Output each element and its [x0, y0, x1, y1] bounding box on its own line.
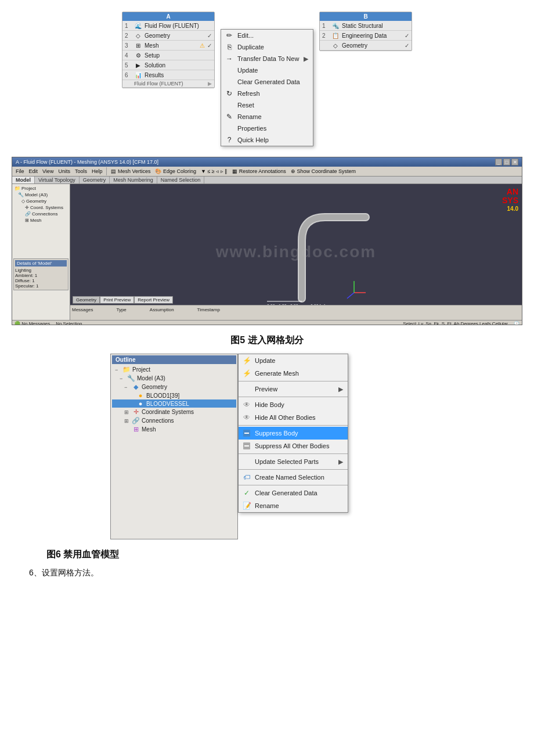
mesh-tree-icon: ⊞: [132, 426, 140, 433]
preview-icon: [242, 384, 251, 394]
top-section: A 1 🌊 Fluid Flow (FLUENT) 2 ◇ Geometry ✓…: [0, 0, 534, 152]
menu-units[interactable]: Units: [56, 168, 72, 174]
wb-row-footer: Fluid Flow (FLUENT) ▶: [122, 80, 214, 88]
maximize-btn[interactable]: □: [503, 159, 510, 165]
footer-section: 图6 禁用血管模型 6、设置网格方法。: [0, 539, 534, 584]
menu-help[interactable]: Help: [90, 168, 104, 174]
wb-row-5: 5 ▶ Solution: [122, 60, 214, 70]
suppress-all-other-icon: [242, 441, 251, 451]
wb-b-row-1: 1 🔩 Static Structural: [320, 21, 412, 31]
geo-ctx-hide-body[interactable]: 👁 Hide Body: [239, 398, 348, 411]
tree-row-geometry: − ◆ Geometry: [112, 383, 236, 391]
tree-row-connections: ⊞ 🔗 Connections: [112, 416, 236, 425]
mech-title: A - Fluid Flow (FLUENT) - Meshing (ANSYS…: [16, 159, 158, 165]
bottom-section: Outline − 📁 Project − 🔧 Model (A3) − ◆ G…: [0, 354, 534, 539]
tab-report-preview[interactable]: Report Preview: [134, 296, 173, 304]
tb-show-coordinate[interactable]: ⊕ Show Coordinate System: [289, 168, 358, 174]
tb-show-mesh-vertices[interactable]: ▤ Mesh Vertices: [109, 168, 152, 174]
geo-ctx-rename[interactable]: 📝 Rename: [239, 499, 348, 512]
tree-coord: ✛Coord. Systems: [13, 204, 68, 211]
svg-line-2: [347, 293, 354, 298]
geometry-tree-icon: ◆: [132, 383, 140, 391]
setup-icon: ⚙: [134, 51, 142, 59]
close-btn[interactable]: ✕: [511, 159, 518, 165]
geo-ctx-suppress-all-other[interactable]: Suppress All Other Bodies: [239, 440, 348, 452]
geo-ctx-named-selection[interactable]: 🏷 Create Named Selection: [239, 471, 348, 484]
tab-model[interactable]: Model: [12, 177, 35, 183]
properties-icon: [225, 124, 234, 133]
tab-virtual-topology[interactable]: Virtual Topology: [35, 177, 80, 183]
geo-ctx-update-selected[interactable]: Update Selected Parts ▶: [239, 455, 348, 468]
transfer-icon: →: [225, 54, 234, 63]
update-selected-icon: [242, 457, 251, 466]
geo-ctx-update[interactable]: ⚡ Update: [239, 354, 348, 367]
tree-row-project: − 📁 Project: [112, 365, 236, 374]
reset-icon: [225, 100, 234, 110]
edit-icon: ✏: [225, 31, 234, 40]
mech-statusbar: 🟢 No Messages No Selection Select: Lv, S…: [12, 320, 522, 325]
geo-b-icon: ◇: [331, 41, 340, 49]
geo-ctx-clear-generated[interactable]: ✓ Clear Generated Data: [239, 487, 348, 499]
panel-a: A 1 🌊 Fluid Flow (FLUENT) 2 ◇ Geometry ✓…: [122, 12, 215, 88]
geo-ctx-hide-all-other[interactable]: 👁 Hide All Other Bodies: [239, 411, 348, 424]
geo-ctx-preview[interactable]: Preview ▶: [239, 383, 348, 395]
messages-panel: Messages Type Assumption Timestamp: [70, 305, 522, 320]
workbench-container: A 1 🌊 Fluid Flow (FLUENT) 2 ◇ Geometry ✓…: [122, 12, 412, 146]
footer-text: 6、设置网格方法。: [17, 564, 517, 578]
geo-ctx-suppress-body[interactable]: Suppress Body: [239, 427, 348, 440]
menu-edit[interactable]: Edit: [27, 168, 40, 174]
wb-row-3: 3 ⊞ Mesh ⚠ ✓: [122, 41, 214, 51]
tree-row-mesh: ⊞ Mesh: [112, 425, 236, 434]
tree-row-coordinate: ⊞ ✛ Coordinate Systems: [112, 408, 236, 416]
menu-file[interactable]: File: [14, 168, 26, 174]
tree-row-bloodvessel[interactable]: ● BLOODVESSEL: [112, 399, 236, 408]
ansys-logo: AN SYS 14.0: [502, 188, 518, 212]
panel-a-header: A: [122, 12, 214, 21]
bloodvessel-icon: ●: [136, 400, 145, 407]
update-geo-icon: ⚡: [242, 356, 251, 365]
ctx-properties[interactable]: Properties: [221, 123, 313, 134]
tab-mesh-numbering[interactable]: Mesh Numbering: [110, 177, 157, 183]
mesh-icon: ⊞: [134, 41, 142, 49]
ctx-quickhelp[interactable]: ? Quick Help: [221, 134, 313, 146]
refresh-icon: ↻: [225, 89, 234, 98]
status-coords: Select: Lv, Sg, Fk, S, Ft, Ab Degrees Le…: [403, 321, 508, 325]
ctx-edit[interactable]: ✏ Edit...: [221, 30, 313, 41]
status-messages: 🟢 No Messages: [15, 321, 50, 325]
clear-generated-icon: ✓: [242, 488, 251, 498]
workbench-context-menu: ✏ Edit... ⎘ Duplicate → Transfer Data To…: [221, 29, 313, 146]
results-icon: 📊: [134, 71, 142, 79]
ctx-refresh[interactable]: ↻ Refresh: [221, 88, 313, 99]
ctx-duplicate[interactable]: ⎘ Duplicate: [221, 41, 313, 53]
panel-b: B 1 🔩 Static Structural 2 📋 Engineering …: [319, 12, 412, 51]
wb-b-row-2: 2 📋 Engineering Data ✓: [320, 31, 412, 41]
minimize-btn[interactable]: _: [495, 159, 502, 165]
tab-named-selection[interactable]: Named Selection: [157, 177, 205, 183]
tab-geometry-bottom[interactable]: Geometry: [73, 296, 100, 304]
ctx-rename[interactable]: ✎ Rename: [221, 111, 313, 123]
ctx-reset[interactable]: Reset: [221, 99, 313, 111]
static-structural-icon: 🔩: [331, 21, 340, 30]
figure6-caption: 图6 禁用血管模型: [17, 545, 517, 564]
hide-all-other-icon: 👁: [242, 413, 251, 422]
ctx-transfer[interactable]: → Transfer Data To New ▶: [221, 53, 313, 64]
tab-geometry[interactable]: Geometry: [80, 177, 110, 183]
tb-restore[interactable]: ▦ Restore Annotations: [230, 168, 288, 174]
tab-print-preview[interactable]: Print Preview: [100, 296, 134, 304]
geo-ctx-generate-mesh[interactable]: ⚡ Generate Mesh: [239, 367, 348, 380]
details-panel: Details of 'Model' Lighting Ambient: 1 D…: [13, 258, 68, 290]
menu-view[interactable]: View: [41, 168, 55, 174]
ctx-update[interactable]: Update: [221, 64, 313, 76]
hide-body-icon: 👁: [242, 400, 251, 409]
suppress-body-icon: [242, 429, 251, 438]
wb-b-row-3: ◇ Geometry ✓: [320, 41, 412, 51]
tb-edge-coloring[interactable]: 🎨 Edge Coloring: [153, 168, 198, 174]
fluent-icon: 🌊: [134, 21, 142, 30]
generate-mesh-icon: ⚡: [242, 369, 251, 378]
mechanical-screenshot: A - Fluid Flow (FLUENT) - Meshing (ANSYS…: [12, 157, 522, 325]
menu-tools[interactable]: Tools: [73, 168, 89, 174]
tree-conn: 🔗Connections: [13, 211, 68, 217]
tb-icons[interactable]: ▼ ≤ ≥ ◃ ▹ ∥: [199, 168, 229, 174]
update-icon: [225, 66, 234, 75]
ctx-clear[interactable]: Clear Generated Data: [221, 76, 313, 88]
